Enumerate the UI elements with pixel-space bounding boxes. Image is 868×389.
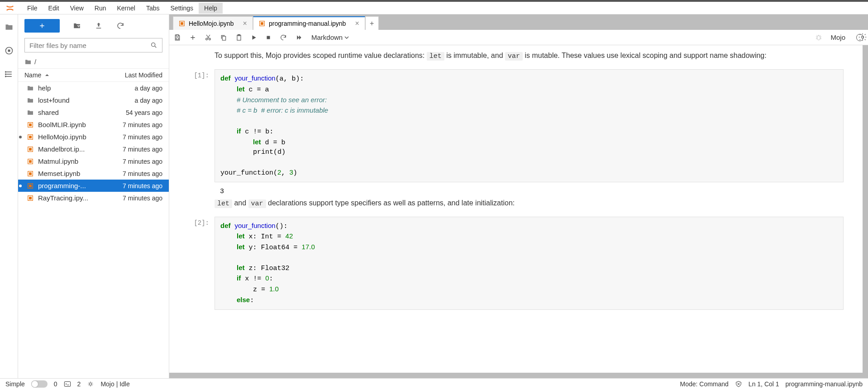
file-list-header[interactable]: Name Last Modified [18, 68, 169, 82]
md-text-span: declarations support type specifiers as … [266, 199, 515, 207]
svg-rect-26 [181, 22, 183, 25]
paste-button[interactable] [235, 34, 243, 41]
close-icon[interactable]: × [243, 19, 247, 28]
file-row[interactable]: HelloMojo.ipynb7 minutes ago [18, 131, 169, 143]
md-code: let [215, 199, 232, 208]
file-toolbar [18, 14, 169, 35]
svg-rect-15 [29, 148, 32, 151]
md-code: var [248, 199, 266, 208]
md-code: let [427, 52, 444, 61]
notebook-toolbar: Markdown Mojo [169, 30, 868, 45]
folder-icon[interactable] [4, 22, 14, 33]
add-cell-button[interactable] [189, 34, 196, 41]
trusted-icon[interactable] [735, 380, 742, 388]
notebook-icon [26, 195, 34, 201]
file-name: BoolMLIR.ipynb [38, 121, 104, 128]
status-kernel[interactable]: Mojo | Idle [100, 380, 129, 388]
interrupt-button[interactable] [265, 34, 272, 41]
run-button[interactable] [251, 34, 257, 41]
md-code: var [505, 52, 523, 61]
file-modified: a day ago [104, 85, 162, 92]
status-cursor[interactable]: Ln 1, Col 1 [749, 380, 779, 388]
file-name: Memset.ipynb [38, 170, 104, 177]
kernels-count[interactable]: 2 [77, 380, 81, 388]
simple-toggle[interactable] [31, 380, 48, 388]
new-folder-button[interactable] [72, 21, 81, 30]
menu-run[interactable]: Run [89, 3, 112, 14]
activity-bar [0, 14, 18, 378]
file-name: help [38, 84, 104, 92]
file-row[interactable]: Memset.ipynb7 minutes ago [18, 167, 169, 180]
file-row[interactable]: programming-...7 minutes ago [18, 180, 169, 192]
toc-icon[interactable] [4, 69, 14, 80]
file-name: programming-... [38, 182, 104, 190]
work-area: HelloMojo.ipynb×programming-manual.ipynb… [169, 14, 868, 378]
cell-prompt: [2]: [174, 217, 215, 310]
menu-tabs[interactable]: Tabs [141, 3, 165, 14]
kernel-name[interactable]: Mojo [830, 33, 845, 41]
cell-type-label: Markdown [311, 33, 343, 41]
tab[interactable]: programming-manual.ipynb× [253, 16, 365, 30]
code-input[interactable]: def your_function(a, b): let c = a # Unc… [215, 69, 844, 182]
code-cell[interactable]: [1]: def your_function(a, b): let c = a … [174, 69, 852, 182]
gear-icon[interactable] [858, 33, 867, 42]
file-name: Matmul.ipynb [38, 157, 104, 165]
notebook-icon [26, 122, 34, 128]
svg-rect-19 [29, 172, 32, 175]
cut-button[interactable] [205, 34, 212, 41]
file-modified: 7 minutes ago [104, 194, 162, 202]
menu-settings[interactable]: Settings [165, 3, 199, 14]
notebook-icon [26, 183, 34, 189]
notebook-content[interactable]: To support this, Mojo provides scoped ru… [169, 45, 863, 373]
breadcrumb[interactable]: / [18, 55, 169, 68]
filter-box[interactable] [24, 38, 162, 52]
tab-bar: HelloMojo.ipynb×programming-manual.ipynb… [169, 14, 868, 30]
terminal-icon[interactable] [64, 380, 71, 388]
restart-button[interactable] [280, 34, 287, 41]
file-row[interactable]: Matmul.ipynb7 minutes ago [18, 155, 169, 167]
file-modified: a day ago [104, 97, 162, 104]
new-tab-button[interactable]: + [365, 16, 379, 30]
menu-help[interactable]: Help [199, 3, 223, 14]
file-name: RayTracing.ipy... [38, 194, 104, 202]
svg-rect-30 [176, 38, 178, 39]
refresh-button[interactable] [116, 21, 125, 30]
filter-input[interactable] [29, 42, 150, 49]
code-cell[interactable]: [2]: def your_function(): let x: Int = 4… [174, 217, 852, 310]
markdown-cell[interactable]: To support this, Mojo provides scoped ru… [215, 50, 839, 62]
file-row[interactable]: Mandelbrot.ip...7 minutes ago [18, 143, 169, 155]
file-row[interactable]: BoolMLIR.ipynb7 minutes ago [18, 119, 169, 131]
header-name: Name [24, 71, 41, 79]
status-mode[interactable]: Mode: Command [680, 380, 728, 388]
svg-point-5 [5, 71, 6, 72]
running-icon[interactable] [4, 45, 14, 56]
svg-point-8 [152, 43, 155, 47]
file-row[interactable]: helpa day ago [18, 82, 169, 94]
code-input[interactable]: def your_function(): let x: Int = 42 let… [215, 217, 844, 310]
menu-edit[interactable]: Edit [43, 3, 65, 14]
menu-kernel[interactable]: Kernel [111, 3, 140, 14]
tab[interactable]: HelloMojo.ipynb× [173, 16, 253, 30]
terminals-count[interactable]: 0 [54, 380, 57, 388]
tab-label: HelloMojo.ipynb [189, 20, 234, 27]
copy-button[interactable] [220, 34, 227, 41]
upload-button[interactable] [94, 21, 103, 30]
new-launcher-button[interactable] [24, 19, 60, 33]
cell-type-selector[interactable]: Markdown [311, 33, 349, 41]
file-row[interactable]: lost+founda day ago [18, 94, 169, 106]
svg-rect-1 [8, 50, 10, 52]
close-icon[interactable]: × [355, 19, 359, 28]
bug-icon[interactable] [815, 34, 822, 41]
kernels-icon[interactable] [87, 380, 94, 388]
file-modified: 7 minutes ago [104, 158, 162, 165]
menu-file[interactable]: File [22, 3, 43, 14]
notebook-icon [26, 158, 34, 165]
restart-run-all-button[interactable] [295, 34, 303, 41]
simple-label: Simple [5, 380, 25, 388]
status-filename[interactable]: programming-manual.ipynb [786, 380, 863, 388]
save-button[interactable] [174, 34, 181, 41]
markdown-cell[interactable]: let and var declarations support type sp… [215, 197, 839, 209]
file-row[interactable]: RayTracing.ipy...7 minutes ago [18, 192, 169, 204]
menu-view[interactable]: View [65, 3, 89, 14]
file-row[interactable]: shared54 years ago [18, 106, 169, 119]
